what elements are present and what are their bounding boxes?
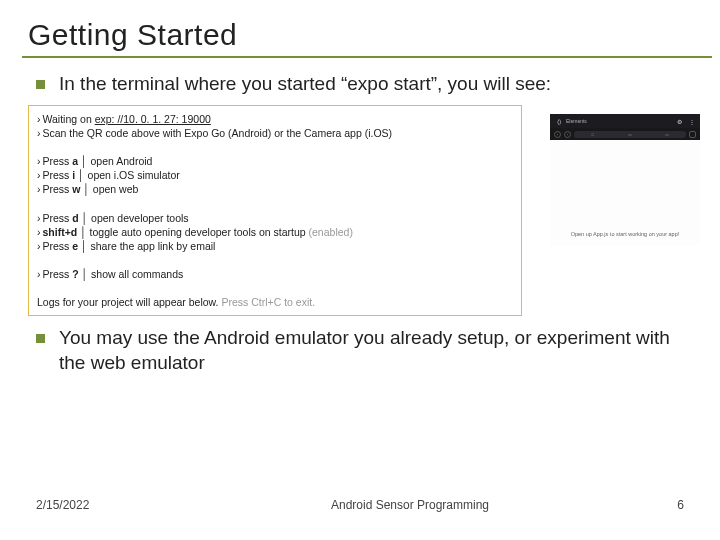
terminal-line: ›Press ? │ show all commands <box>37 267 513 281</box>
terminal-block-2: ›Press a │ open Android ›Press i │ open … <box>37 154 513 197</box>
back-icon: ‹ <box>554 131 561 138</box>
text: Press <box>43 169 73 181</box>
bullet-1: In the terminal where you started “expo … <box>36 72 692 97</box>
terminal-block-3: ›Press d │ open developer tools ›shift+d… <box>37 211 513 254</box>
terminal-line: ›Press a │ open Android <box>37 154 513 168</box>
text: │ open developer tools <box>79 212 189 224</box>
footer-page-number: 6 <box>644 498 684 512</box>
footer-title: Android Sensor Programming <box>176 498 644 512</box>
terminal-logs-line: Logs for your project will appear below.… <box>37 295 513 309</box>
text: │ open web <box>80 183 138 195</box>
text: Press <box>43 155 73 167</box>
text: Press <box>43 183 73 195</box>
text: Scan the QR code above with Expo Go (And… <box>43 127 393 139</box>
text: │ share the app link by email <box>78 240 215 252</box>
terminal-line: ›Waiting on exp: //10. 0. 1. 27: 19000 <box>37 112 513 126</box>
screenshot-body: Open up App.js to start working on your … <box>550 140 700 245</box>
terminal-output-box: ›Waiting on exp: //10. 0. 1. 27: 19000 ›… <box>28 105 522 317</box>
slide-title: Getting Started <box>28 18 692 52</box>
terminal-block-4: ›Press ? │ show all commands <box>37 267 513 281</box>
text: │ show all commands <box>79 268 184 280</box>
text: Logs for your project will appear below. <box>37 296 221 308</box>
settings-icon: ⚙ <box>675 117 684 126</box>
bullet-2: You may use the Android emulator you alr… <box>36 326 692 375</box>
screenshot-tabbar: ⟨⟩ Elements ⚙ ⋮ <box>550 114 700 128</box>
footer-date: 2/15/2022 <box>36 498 176 512</box>
terminal-block-1: ›Waiting on exp: //10. 0. 1. 27: 19000 ›… <box>37 112 513 140</box>
terminal-line: ›Press e │ share the app link by email <box>37 239 513 253</box>
terminal-line: ›Press w │ open web <box>37 182 513 196</box>
refresh-icon <box>689 131 696 138</box>
exit-hint: Press Ctrl+C to exit. <box>221 296 315 308</box>
square-bullet-icon <box>36 334 45 343</box>
slide-container: Getting Started In the terminal where yo… <box>0 0 720 540</box>
text: Press <box>43 268 73 280</box>
slide-footer: 2/15/2022 Android Sensor Programming 6 <box>36 498 684 512</box>
terminal-line: ›Scan the QR code above with Expo Go (An… <box>37 126 513 140</box>
device-segment: □▭▭ <box>574 131 686 138</box>
terminal-line: ›shift+d │ toggle auto opening developer… <box>37 225 513 239</box>
title-divider <box>22 56 712 58</box>
square-bullet-icon <box>36 80 45 89</box>
bullet-1-text: In the terminal where you started “expo … <box>59 72 551 97</box>
more-icon: ⋮ <box>687 117 696 126</box>
status: (enabled) <box>309 226 353 238</box>
text: │ open Android <box>78 155 152 167</box>
screenshot-hint: Open up App.js to start working on your … <box>571 231 680 237</box>
text: │ toggle auto opening developer tools on… <box>77 226 308 238</box>
code-icon: ⟨⟩ <box>554 117 563 126</box>
bullet-2-text: You may use the Android emulator you alr… <box>59 326 692 375</box>
screenshot-toolbar: ‹ › □▭▭ <box>550 128 700 140</box>
text: Press <box>43 240 73 252</box>
text: │ open i.OS simulator <box>75 169 180 181</box>
devtools-screenshot: ⟨⟩ Elements ⚙ ⋮ ‹ › □▭▭ Open up App.js t… <box>550 114 700 245</box>
tab-label: Elements <box>566 118 587 124</box>
terminal-line: ›Press i │ open i.OS simulator <box>37 168 513 182</box>
forward-icon: › <box>564 131 571 138</box>
text: Press <box>43 212 73 224</box>
expo-url: exp: //10. 0. 1. 27: 19000 <box>95 113 211 125</box>
text: Waiting on <box>43 113 95 125</box>
terminal-line: ›Press d │ open developer tools <box>37 211 513 225</box>
key: shift+d <box>43 226 78 238</box>
